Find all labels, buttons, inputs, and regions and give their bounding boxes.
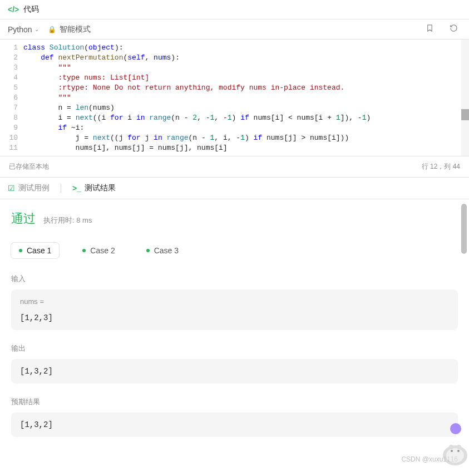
scrollbar-thumb[interactable] [461, 204, 467, 254]
line-number: 7 [0, 103, 18, 113]
output-label: 输出 [11, 343, 458, 354]
line-number: 8 [0, 113, 18, 123]
svg-point-4 [451, 450, 453, 452]
case-label: Case 1 [27, 246, 51, 255]
case-tabs: Case 1Case 2Case 3 [11, 243, 458, 258]
language-label: Python [8, 25, 32, 34]
code-editor[interactable]: 1234567891011 class Solution(object): de… [0, 40, 469, 156]
output-box: [1,3,2] [11, 359, 458, 384]
svg-point-2 [449, 445, 453, 449]
code-line[interactable]: nums[i], nums[j] = nums[j], nums[i] [23, 143, 469, 153]
code-line[interactable]: j = next((j for j in range(n - 1, i, -1)… [23, 133, 469, 143]
case-tab[interactable]: Case 3 [139, 243, 186, 258]
line-number: 4 [0, 73, 18, 83]
case-tab[interactable]: Case 2 [75, 243, 122, 258]
case-label: Case 3 [154, 246, 179, 255]
minimap[interactable] [461, 40, 469, 156]
code-line[interactable]: :rtype: None Do not return anything, mod… [23, 83, 469, 93]
case-label: Case 2 [90, 246, 115, 255]
input-box: nums = [1,2,3] [11, 289, 458, 330]
svg-point-3 [457, 445, 461, 449]
line-number: 11 [0, 143, 18, 153]
code-icon: </> [8, 5, 19, 14]
tab-label: 测试结果 [85, 183, 116, 193]
svg-point-1 [446, 448, 464, 463]
line-number: 9 [0, 123, 18, 133]
line-number: 10 [0, 133, 18, 143]
reset-button[interactable] [446, 24, 461, 35]
code-line[interactable]: """ [23, 93, 469, 103]
svg-point-5 [457, 450, 460, 452]
line-gutter: 1234567891011 [0, 43, 23, 153]
exec-time: 执行用时: 8 ms [43, 215, 92, 225]
toolbar: Python ⌄ 🔒 智能模式 [0, 19, 469, 40]
status-dot-icon [146, 249, 150, 252]
bookmark-button[interactable] [422, 24, 437, 35]
expected-box: [1,3,2] [11, 413, 458, 437]
cursor-position: 行 12，列 44 [422, 162, 460, 171]
mascot-icon [436, 428, 469, 467]
input-var: nums = [20, 297, 449, 306]
code-line[interactable]: n = len(nums) [23, 103, 469, 113]
line-number: 2 [0, 53, 18, 63]
code-line[interactable]: if ~i: [23, 123, 469, 133]
tab-label: 测试用例 [18, 183, 50, 193]
tab-divider [61, 184, 61, 193]
language-selector[interactable]: Python ⌄ [8, 25, 39, 34]
status-dot-icon [19, 249, 22, 252]
lock-icon: 🔒 [48, 26, 56, 33]
tab-test-cases[interactable]: ☑ 测试用例 [8, 183, 50, 193]
input-value: [1,2,3] [20, 313, 449, 322]
code-line[interactable]: def nextPermutation(self, nums): [23, 53, 469, 63]
status-bar: 已存储至本地 行 12，列 44 [0, 156, 469, 177]
code-line[interactable]: class Solution(object): [23, 43, 469, 53]
expected-label: 预期结果 [11, 397, 458, 407]
mode-label: 智能模式 [60, 24, 91, 35]
terminal-icon: >_ [72, 184, 81, 193]
header-title: 代码 [23, 4, 39, 14]
mode-indicator: 🔒 智能模式 [48, 24, 91, 35]
code-line[interactable]: """ [23, 63, 469, 73]
chevron-down-icon: ⌄ [34, 26, 39, 32]
results-panel: 通过 执行用时: 8 ms Case 1Case 2Case 3 输入 nums… [0, 199, 469, 467]
code-line[interactable]: :type nums: List[int] [23, 73, 469, 83]
line-number: 3 [0, 63, 18, 73]
expected-value: [1,3,2] [20, 420, 449, 429]
header: </> 代码 [0, 0, 469, 19]
save-status: 已存储至本地 [9, 162, 49, 171]
code-content[interactable]: class Solution(object): def nextPermutat… [23, 43, 469, 153]
tab-test-results[interactable]: >_ 测试结果 [72, 183, 116, 193]
result-tabs: ☑ 测试用例 >_ 测试结果 [0, 177, 469, 199]
pass-status: 通过 [11, 210, 36, 227]
code-line[interactable]: i = next((i for i in range(n - 2, -1, -1… [23, 113, 469, 123]
output-value: [1,3,2] [20, 367, 449, 376]
case-tab[interactable]: Case 1 [11, 243, 59, 258]
line-number: 5 [0, 83, 18, 93]
status-dot-icon [82, 249, 86, 252]
checklist-icon: ☑ [8, 184, 15, 193]
result-summary: 通过 执行用时: 8 ms [11, 210, 458, 227]
minimap-thumb[interactable] [461, 109, 469, 120]
line-number: 6 [0, 93, 18, 103]
input-label: 输入 [11, 274, 458, 284]
line-number: 1 [0, 43, 18, 53]
